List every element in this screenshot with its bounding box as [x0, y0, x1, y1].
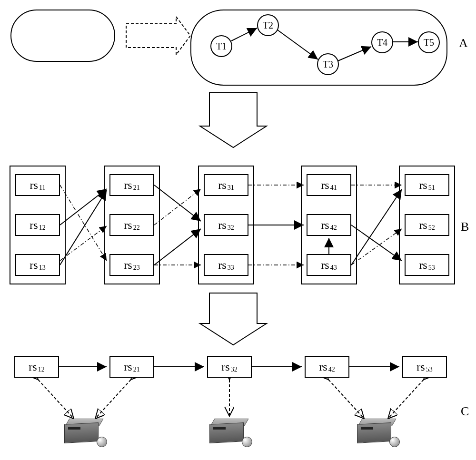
- rs-sub: 41: [330, 184, 337, 192]
- server-icon-2: [209, 419, 252, 447]
- rs-prefix: rs: [124, 259, 132, 272]
- rs-prefix: rs: [221, 361, 229, 373]
- rs-51: rs51: [405, 174, 449, 196]
- rs-13: rs13: [15, 254, 60, 276]
- rs-sub: 12: [39, 224, 46, 232]
- rs-prefix: rs: [30, 219, 38, 232]
- rs-prefix: rs: [218, 179, 226, 192]
- rs-sub: 21: [133, 366, 140, 373]
- node-t2-label: T2: [263, 20, 273, 31]
- node-t5: T5: [418, 31, 440, 53]
- rs-sub: 42: [330, 224, 337, 232]
- rs-52: rs52: [405, 214, 449, 236]
- rs-42: rs42: [307, 214, 351, 236]
- rs-23: rs23: [109, 254, 154, 276]
- rs-prefix: rs: [124, 179, 132, 192]
- node-t1-label: T1: [216, 41, 227, 52]
- node-t4: T4: [371, 31, 393, 53]
- rs-22: rs22: [109, 214, 154, 236]
- rs-sub: 53: [426, 366, 433, 373]
- chain-rs32: rs32: [207, 356, 252, 378]
- rs-sub: 51: [428, 184, 435, 192]
- rs-41: rs41: [307, 174, 351, 196]
- chain-rs53: rs53: [402, 356, 447, 378]
- node-t5-label: T5: [424, 37, 434, 48]
- rs-sub: 43: [330, 264, 337, 272]
- rs-sub: 31: [228, 184, 234, 192]
- rs-prefix: rs: [218, 259, 226, 272]
- chain-rs42: rs42: [305, 356, 349, 378]
- rs-sub: 32: [228, 224, 234, 232]
- node-t2: T2: [257, 14, 279, 36]
- rs-sub: 33: [228, 264, 234, 272]
- node-t3-label: T3: [323, 59, 333, 70]
- rs-12: rs12: [15, 214, 60, 236]
- rs-prefix: rs: [416, 361, 425, 373]
- rs-prefix: rs: [419, 179, 427, 192]
- node-t3: T3: [317, 53, 339, 75]
- node-t1: T1: [210, 35, 232, 57]
- rs-prefix: rs: [29, 361, 37, 373]
- rs-32: rs32: [204, 214, 248, 236]
- rs-sub: 13: [39, 264, 46, 272]
- rs-prefix: rs: [30, 259, 38, 272]
- rs-31: rs31: [204, 174, 248, 196]
- rs-prefix: rs: [419, 259, 427, 272]
- rs-prefix: rs: [124, 219, 132, 232]
- rs-prefix: rs: [319, 361, 327, 373]
- rs-sub: 52: [428, 224, 435, 232]
- diagram-stage: T1 T2 T3 T4 T5 A rs11 rs12 rs13 rs21 rs2…: [0, 0, 476, 460]
- rs-sub: 42: [328, 366, 335, 373]
- map-rs21-srv1: [95, 380, 131, 419]
- rs-prefix: rs: [30, 179, 38, 192]
- rs-21: rs21: [109, 174, 154, 196]
- rs-sub: 32: [231, 366, 238, 373]
- server-icon-1: [64, 419, 107, 447]
- rs-43: rs43: [307, 254, 351, 276]
- map-rs42-srv3: [328, 380, 364, 419]
- rs-prefix: rs: [321, 219, 329, 232]
- rs-sub: 53: [428, 264, 435, 272]
- rs-prefix: rs: [124, 361, 132, 373]
- rs-sub: 12: [38, 366, 45, 373]
- map-rs53-srv3: [388, 380, 424, 419]
- node-t4-label: T4: [377, 37, 387, 48]
- rs-53: rs53: [405, 254, 449, 276]
- map-rs12-srv1: [38, 380, 74, 419]
- rs-sub: 22: [133, 224, 140, 232]
- server-icon-3: [357, 419, 400, 447]
- rs-sub: 11: [39, 184, 45, 192]
- rs-prefix: rs: [321, 179, 329, 192]
- rs-prefix: rs: [419, 219, 427, 232]
- rs-sub: 23: [133, 264, 140, 272]
- chain-rs12: rs12: [14, 356, 59, 378]
- section-label-c: C: [461, 404, 469, 419]
- rs-sub: 21: [133, 184, 140, 192]
- rs-prefix: rs: [321, 259, 329, 272]
- rs-11: rs11: [15, 174, 60, 196]
- rs-33: rs33: [204, 254, 248, 276]
- chain-rs21: rs21: [109, 356, 154, 378]
- rs-prefix: rs: [218, 219, 226, 232]
